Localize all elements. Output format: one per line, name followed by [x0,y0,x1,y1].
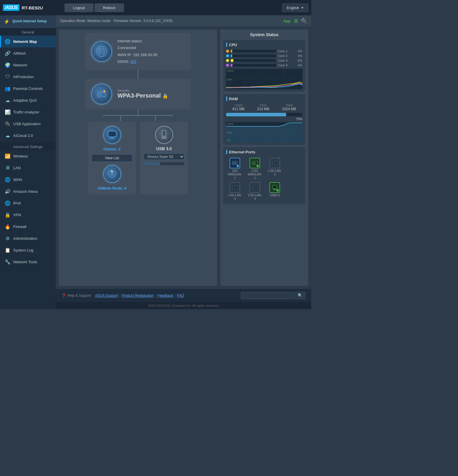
cpu-core1-dot [226,50,229,53]
ddns-link[interactable]: GO [130,59,136,64]
sidebar-item-firewall[interactable]: 🔥 Firewall [0,221,56,232]
cpu-core3-label: Core 3 [278,59,292,62]
ram-total-stat: Total 1024 MB [282,103,296,111]
language-label: English [287,6,299,10]
sidebar-item-label: Wireless [13,154,28,158]
svg-rect-47 [253,162,254,164]
port-icon-usb3 [270,182,280,193]
sidebar-item-wan[interactable]: 🌐 WAN [0,174,56,185]
sidebar-item-label: AiCloud 2.0 [13,133,33,138]
branch-cards: Clients: 2 View List 📡 [88,122,188,195]
ram-used-stat: Used 811 MB [233,103,245,111]
internet-card: Internet status: Connected WAN IP: 192.1… [85,33,191,70]
sidebar-item-administration[interactable]: ⚙ Administration [0,232,56,244]
parental-controls-icon: 👥 [4,85,11,92]
svg-rect-41 [233,162,234,164]
app-monitor-icon[interactable]: 🖥 [293,18,298,24]
sidebar-item-network-tools[interactable]: 🔧 Network Tools [0,256,56,268]
port-dot-usb3 [277,189,279,192]
ram-section-bar [226,96,227,101]
sidebar-item-label: Adaptive QoS [13,98,37,103]
ram-free-label: Free [257,103,269,107]
product-registration-link[interactable]: Product Registration [122,294,154,298]
sidebar-item-traffic-analyzer[interactable]: 📊 Traffic Analyzer [0,106,56,118]
amazon-alexa-icon: 🔊 [4,188,11,195]
svg-rect-44 [236,162,236,164]
logo-area: /ASUS RT-BE92U [3,4,62,11]
sidebar-item-wireless[interactable]: 📶 Wireless [0,150,56,162]
separator-1: | [119,294,120,298]
cpu-core3-bar-fill [231,59,233,62]
network-tools-icon: 🔧 [4,259,11,265]
feedback-link[interactable]: Feedback [158,294,173,298]
sidebar-item-parental-controls[interactable]: 👥 Parental Controls [0,83,56,94]
sidebar-item-label: Traffic Analyzer [13,110,39,114]
sidebar-item-ipv6[interactable]: 🌐 IPv6 [0,197,56,209]
firmware-label: Firmware Version: [114,19,142,23]
ram-total-value: 1024 MB [282,107,296,111]
quick-internet-setup-item[interactable]: ⚡ Quick Internet Setup [0,15,56,28]
aimesh-icon: 🔗 [4,50,11,56]
internet-status-value: Connected [117,44,157,51]
system-status-scroll[interactable]: CPU Core 1 3% [223,40,305,207]
cpu-chart-label-bot: 0% [227,86,231,89]
branch-horizontal-line [103,115,173,116]
svg-rect-18 [109,132,116,136]
sidebar-item-amazon-alexa[interactable]: 🔊 Amazon Alexa [0,185,56,197]
cpu-section-title: CPU [229,43,237,47]
ram-bar-fill [226,113,286,116]
cpu-core2-bar-fill [231,54,232,57]
cpu-core4-bar-fill [231,64,233,67]
view-list-button[interactable]: View List [92,154,132,162]
reboot-button[interactable]: Reboot [95,4,124,12]
eth-port-10g-wan-lan1: 10GWAN/LAN-1 [226,158,244,180]
sidebar-item-system-log[interactable]: 📋 System Log [0,244,56,256]
internet-wan-ip: WAN IP: 192.168.50.95 [117,51,157,58]
footer-search-input[interactable] [241,292,294,299]
sidebar-item-label: WAN [13,177,22,182]
ram-section: RAM Used 811 MB Free 213 MB [223,94,305,145]
sidebar-item-vpn[interactable]: 🔒 VPN [0,209,56,221]
wireless-icon: 📶 [4,153,11,159]
sidebar-item-lan[interactable]: 🖥 LAN [0,162,56,174]
branch-down-left [120,115,121,121]
port-icon-2.5g-lan3 [230,182,240,193]
sidebar-item-usb-application[interactable]: 🔌 USB Application [0,118,56,130]
eth-section-header: Ethernet Ports [226,150,302,154]
cpu-core4-dot [226,64,229,67]
usb-device-dropdown[interactable]: ShuoLe Super SS [144,153,184,160]
firmware-link[interactable]: 3.0.0.6.102_37435 [143,19,172,23]
asus-support-link[interactable]: ASUS Support [95,294,118,298]
faq-link[interactable]: FAQ [177,294,184,298]
sidebar-item-aiprotection[interactable]: 🛡 AiProtection [0,71,56,83]
operation-mode-link[interactable]: Wireless router [87,19,111,23]
svg-rect-59 [235,187,235,188]
eth-port-2.5g-lan2: 2.5G LAN-2 [266,158,284,180]
ram-bar-bg [226,113,302,116]
ram-section-title: RAM [229,97,238,101]
sidebar-item-network[interactable]: 🌍 Network [0,59,56,71]
language-selector[interactable]: English ▼ [282,4,308,12]
sidebar-item-aicloud[interactable]: ☁ AiCloud 2.0 [0,130,56,141]
sidebar-item-aimesh[interactable]: 🔗 AiMesh [0,47,56,59]
svg-rect-16 [111,137,114,138]
svg-point-7 [100,94,102,95]
logout-button[interactable]: Logout [65,4,93,12]
port-label-2.5g-wan: 2.5GWAN/LAN-1 [248,169,262,180]
sidebar-item-label: Amazon Alexa [13,189,38,194]
sidebar-item-network-map[interactable]: 🌐 Network Map [0,36,56,47]
port-label-2.5g-lan2: 2.5G LAN-2 [268,169,282,176]
model-name: RT-BE92U [22,5,43,10]
content-area: ⚡ Quick Internet Setup General 🌐 Network… [0,15,311,309]
svg-rect-52 [273,162,274,164]
footer: ❓ Help & Support ASUS Support | Product … [56,289,311,302]
lock-icon: 🔒 [162,93,168,98]
firewall-icon: 🔥 [4,223,11,230]
port-dot-2.5g-wan [257,165,259,167]
footer-search-button[interactable]: 🔍 [295,292,305,299]
asus-logo: /ASUS [3,4,19,11]
app-label: App [283,19,291,23]
app-usb-icon[interactable]: 🔌 [301,18,307,24]
sidebar-item-adaptive-qos[interactable]: ☁ Adaptive QoS [0,94,56,106]
aimesh-count-label: AiMesh Node: 0 [98,186,127,190]
